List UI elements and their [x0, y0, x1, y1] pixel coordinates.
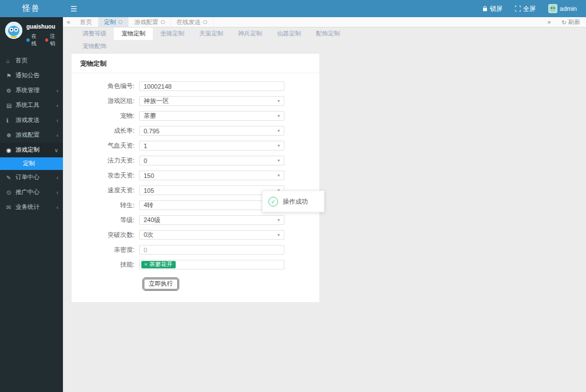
field-label-hp-aptitude: 气血天资: [72, 141, 139, 150]
select-arrow-icon: ▾ [278, 158, 280, 163]
sidebar-item-label: 游戏发送 [15, 116, 39, 124]
double-chevron-right-icon: » [548, 19, 551, 25]
sidebar-item-promotion-center[interactable]: ⊙推广中心‹ [0, 185, 63, 200]
form-row-intimacy: 亲密度:0 [72, 245, 319, 255]
tab-close-icon[interactable] [118, 20, 122, 24]
wheel-icon: ☸ [6, 132, 15, 138]
hp-aptitude-value: 1 [144, 142, 147, 149]
subtab-label: 天策定制 [199, 30, 223, 38]
tab-label: 首页 [80, 18, 92, 26]
level-select[interactable]: 240级▾ [139, 215, 284, 225]
tab-home[interactable]: 首页 [74, 17, 98, 27]
tabstrip-right: » ↻刷新 [544, 17, 586, 27]
sidebar-item-label: 业务统计 [15, 203, 39, 211]
breakthrough-count-select[interactable]: 0次▾ [139, 230, 284, 240]
hp-aptitude-select[interactable]: 1▾ [139, 141, 284, 151]
subtab-row: 调整等级宠物定制坐骑定制天策定制神兵定制仙器定制配饰定制 [75, 27, 586, 40]
tab-online-send[interactable]: 在线发送 [171, 17, 213, 27]
eye-icon: ⊙ [6, 189, 15, 196]
field-label-skill: 技能: [72, 260, 139, 269]
field-label-pet: 宠物: [72, 112, 139, 120]
lock-screen-button[interactable]: 锁屏 [482, 5, 502, 13]
double-chevron-left-icon: « [67, 19, 70, 25]
subtab-mount-custom[interactable]: 坐骑定制 [153, 27, 192, 40]
pencil-icon: ✎ [6, 175, 15, 181]
user-menu[interactable]: admin [548, 4, 577, 13]
form-row-breakthrough-count: 突破次数:0次▾ [72, 230, 319, 240]
growth-rate-select[interactable]: 0.795▾ [139, 126, 284, 136]
subtab-label: 调整等级 [82, 30, 106, 38]
subtab-shenbing-custom[interactable]: 神兵定制 [231, 27, 270, 40]
tabs-scroll-right-button[interactable]: » [544, 19, 555, 25]
sidebar-item-game-config[interactable]: ☸游戏配置‹ [0, 128, 63, 142]
chevron-left-icon: ‹ [57, 189, 58, 196]
subtab-pet-accessory[interactable]: 宠物配饰 [75, 40, 114, 53]
tab-label: 在线发送 [177, 18, 201, 26]
field-label-level: 等级: [72, 216, 139, 224]
sidebar-item-business-stats[interactable]: ✉业务统计‹ [0, 200, 63, 215]
sidebar-item-order-center[interactable]: ✎订单中心‹ [0, 170, 63, 185]
sidebar-item-announcements[interactable]: ⚑通知公告 [0, 68, 63, 83]
subtab-label: 宠物配饰 [82, 42, 106, 50]
mana-aptitude-select[interactable]: 0▾ [139, 156, 284, 165]
game-zone-select[interactable]: 神族一区▾ [139, 96, 284, 106]
sidebar-item-game-send[interactable]: ℹ游戏发送‹ [0, 113, 63, 128]
field-label-speed-aptitude: 速度天资: [72, 186, 139, 195]
tab-game-config[interactable]: 游戏配置 [129, 17, 171, 27]
sidebar-item-label: 首页 [15, 57, 27, 65]
select-arrow-icon: ▾ [278, 113, 280, 118]
sidebar-item-system-tools[interactable]: ▤系统工具‹ [0, 98, 63, 113]
sidebar-item-system-management[interactable]: ⚙系统管理‹ [0, 83, 63, 98]
subtab-accessory-custom[interactable]: 配饰定制 [308, 27, 347, 40]
fullscreen-button[interactable]: 全屏 [515, 5, 536, 13]
submit-row: 立即执行 [144, 278, 319, 290]
execute-button[interactable]: 立即执行 [144, 279, 178, 290]
field-label-rebirth: 转生: [72, 201, 139, 209]
tab-label: 定制 [104, 18, 116, 26]
attack-aptitude-select[interactable]: 150▾ [139, 171, 284, 180]
tab-custom[interactable]: 定制 [98, 17, 129, 27]
online-status-link[interactable]: 在线 [26, 33, 41, 47]
role-id-field[interactable]: 10002148 [139, 81, 284, 91]
success-check-icon: ✓ [268, 197, 278, 207]
form-row-mana-aptitude: 法力天资:0▾ [72, 156, 319, 165]
level-value: 240级 [144, 216, 160, 224]
subtab-tiance-custom[interactable]: 天策定制 [192, 27, 231, 40]
chevron-left-icon: ‹ [57, 175, 58, 181]
skill-field[interactable]: ×茶蘼花开 [139, 260, 284, 270]
tabs-scroll-left-button[interactable]: « [63, 17, 74, 27]
logout-link[interactable]: 注销 [45, 33, 60, 47]
navbar-right: 锁屏 全屏 admin [482, 0, 586, 17]
select-arrow-icon: ▾ [278, 217, 280, 223]
subtab-xianqi-custom[interactable]: 仙器定制 [270, 27, 308, 40]
field-label-game-zone: 游戏区组: [72, 97, 139, 105]
intimacy-field[interactable]: 0 [139, 245, 284, 255]
pet-custom-panel: 宠物定制 角色编号:10002148游戏区组:神族一区▾宠物:茶蘼▾成长率:0.… [72, 54, 319, 302]
sidebar-item-label: 游戏配置 [15, 131, 39, 139]
form-row-level: 等级:240级▾ [72, 215, 319, 225]
sidebar-item-label: 游戏定制 [15, 146, 39, 154]
avatar [5, 22, 22, 39]
pet-select[interactable]: 茶蘼▾ [139, 111, 284, 121]
sidebar-toggle-button[interactable]: ☰ [63, 0, 85, 17]
field-label-role-id: 角色编号: [72, 82, 139, 90]
panel-title: 宠物定制 [72, 54, 319, 73]
form-row-attack-aptitude: 攻击天资:150▾ [72, 171, 319, 180]
sidebar-item-game-custom[interactable]: ◉游戏定制∨ [0, 142, 63, 157]
sidebar-item-home[interactable]: ⌂首页 [0, 53, 63, 68]
tag-remove-icon[interactable]: × [144, 262, 147, 267]
sidebar-subitem-custom[interactable]: 定制 [0, 157, 63, 170]
select-arrow-icon: ▾ [278, 173, 280, 178]
refresh-button[interactable]: ↻刷新 [561, 18, 580, 26]
expand-icon [515, 6, 521, 11]
field-label-intimacy: 亲密度: [72, 246, 139, 254]
subtab-pet-custom[interactable]: 宠物定制 [114, 27, 153, 40]
select-arrow-icon: ▾ [278, 98, 280, 104]
tab-close-icon[interactable] [203, 20, 207, 24]
field-label-breakthrough-count: 突破次数: [72, 231, 139, 239]
tab-close-icon[interactable] [161, 20, 165, 24]
gear-icon: ⚙ [6, 88, 15, 94]
subtab-label: 仙器定制 [277, 30, 301, 38]
home-icon: ⌂ [6, 58, 15, 64]
subtab-adjust-level[interactable]: 调整等级 [75, 27, 114, 40]
